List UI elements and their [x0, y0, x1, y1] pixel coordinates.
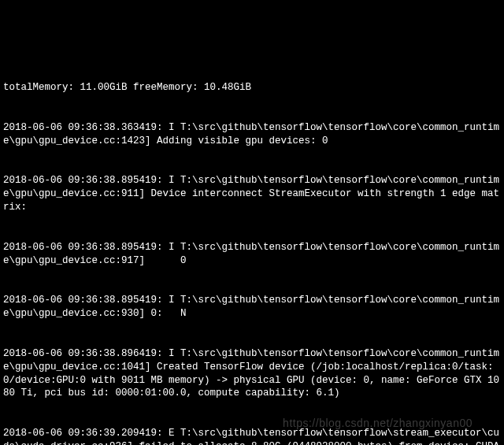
log-line: 2018-06-06 09:36:38.895419: I T:\src\git… — [3, 294, 501, 321]
log-line: 2018-06-06 09:36:38.896419: I T:\src\git… — [3, 347, 501, 401]
log-line: totalMemory: 11.00GiB freeMemory: 10.48G… — [3, 81, 501, 95]
terminal-output: totalMemory: 11.00GiB freeMemory: 10.48G… — [3, 55, 501, 446]
log-line: 2018-06-06 09:36:39.209419: E T:\src\git… — [3, 427, 501, 445]
log-line: 2018-06-06 09:36:38.895419: I T:\src\git… — [3, 241, 501, 268]
log-line: 2018-06-06 09:36:38.895419: I T:\src\git… — [3, 174, 501, 214]
log-line: 2018-06-06 09:36:38.363419: I T:\src\git… — [3, 121, 501, 148]
